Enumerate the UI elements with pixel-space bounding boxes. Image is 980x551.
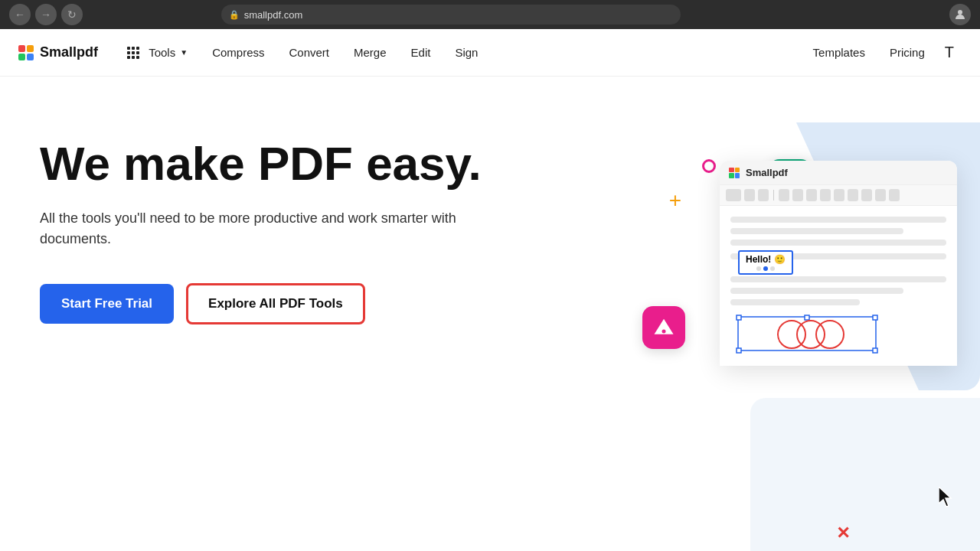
svg-rect-8 bbox=[873, 315, 877, 320]
doc-line bbox=[730, 288, 903, 294]
pricing-nav[interactable]: Pricing bbox=[879, 40, 936, 65]
hero-content: We make PDF easy. All the tools you'll n… bbox=[40, 138, 591, 324]
app-body: Hello! 🙂 bbox=[720, 206, 957, 366]
doc-line bbox=[730, 276, 946, 282]
compress-nav[interactable]: Compress bbox=[201, 40, 275, 65]
lock-icon: 🔒 bbox=[229, 10, 240, 20]
hero-section: We make PDF easy. All the tools you'll n… bbox=[0, 77, 980, 551]
tools-menu[interactable]: Tools ▼ bbox=[116, 40, 198, 65]
chevron-down-icon: ▼ bbox=[180, 48, 188, 57]
templates-nav[interactable]: Templates bbox=[802, 40, 876, 65]
explore-tools-button[interactable]: Explore All PDF Tools bbox=[186, 283, 365, 324]
logo-text: Smallpdf bbox=[40, 44, 98, 60]
merge-nav[interactable]: Merge bbox=[343, 40, 397, 65]
deco-plus: + bbox=[669, 190, 681, 211]
svg-rect-10 bbox=[873, 348, 877, 353]
app-logo-mini bbox=[729, 168, 740, 178]
doc-line bbox=[730, 217, 946, 223]
svg-point-0 bbox=[958, 10, 962, 15]
hero-decoration: + Smallpdf bbox=[582, 77, 980, 551]
back-button[interactable]: ← bbox=[9, 4, 31, 25]
start-trial-button[interactable]: Start Free Trial bbox=[40, 284, 174, 324]
profile-icon bbox=[949, 4, 971, 25]
hero-title: We make PDF easy. bbox=[40, 138, 591, 190]
pink-icon bbox=[642, 306, 685, 349]
nav-right: Templates Pricing T bbox=[802, 40, 962, 65]
edit-nav[interactable]: Edit bbox=[400, 40, 442, 65]
hero-subtitle: All the tools you'll need to be more pro… bbox=[40, 208, 484, 249]
more-nav[interactable]: T bbox=[939, 41, 962, 64]
svg-rect-6 bbox=[737, 315, 741, 320]
navbar: Smallpdf Tools ▼ Compress Convert Merge … bbox=[0, 29, 980, 77]
svg-rect-7 bbox=[805, 315, 809, 320]
url-text: smallpdf.com bbox=[244, 9, 303, 21]
app-card-header: Smallpdf bbox=[720, 161, 957, 185]
apps-icon bbox=[127, 47, 139, 59]
browser-chrome: ← → ↻ 🔒 smallpdf.com bbox=[0, 0, 980, 29]
deco-x: ✕ bbox=[836, 523, 850, 543]
doc-line bbox=[730, 299, 860, 305]
logo-grid bbox=[18, 45, 34, 60]
convert-nav[interactable]: Convert bbox=[278, 40, 340, 65]
logo-area[interactable]: Smallpdf bbox=[18, 44, 98, 60]
svg-point-4 bbox=[662, 330, 666, 334]
browser-controls: ← → ↻ bbox=[9, 4, 83, 25]
app-card: Smallpdf bbox=[720, 161, 957, 366]
doc-line bbox=[730, 228, 903, 234]
hero-buttons: Start Free Trial Explore All PDF Tools bbox=[40, 283, 591, 324]
nav-left: Tools ▼ Compress Convert Merge Edit Sign bbox=[116, 40, 488, 65]
svg-point-13 bbox=[816, 321, 844, 348]
reload-button[interactable]: ↻ bbox=[61, 4, 83, 25]
address-bar[interactable]: 🔒 smallpdf.com bbox=[221, 5, 681, 24]
bg-blue-bottom bbox=[750, 398, 980, 551]
sketch-area bbox=[730, 313, 946, 355]
app-toolbar bbox=[720, 185, 957, 206]
app-card-name: Smallpdf bbox=[746, 167, 788, 178]
doc-line bbox=[730, 240, 946, 246]
forward-button[interactable]: → bbox=[35, 4, 57, 25]
svg-rect-9 bbox=[737, 348, 741, 353]
sign-nav[interactable]: Sign bbox=[444, 40, 488, 65]
deco-circle bbox=[702, 159, 716, 173]
hello-box: Hello! 🙂 bbox=[738, 250, 793, 275]
